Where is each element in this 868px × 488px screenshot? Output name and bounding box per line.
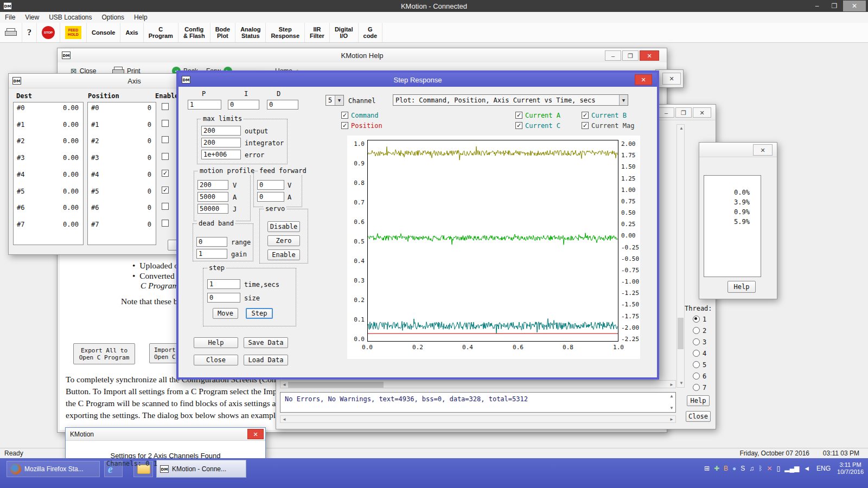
- tray-language[interactable]: ENG: [816, 465, 831, 472]
- toolbar-step-response-button[interactable]: StepResponse: [266, 23, 305, 42]
- jerk-input[interactable]: [197, 204, 228, 214]
- toolbar-help-button[interactable]: ?: [22, 23, 37, 42]
- max-integrator-input[interactable]: [201, 138, 241, 147]
- thread-radio-6[interactable]: [693, 373, 700, 380]
- signal-icon[interactable]: ▂▄▆: [784, 465, 799, 472]
- axis-enable-checkbox-3[interactable]: [162, 153, 169, 160]
- max-error-input[interactable]: [201, 150, 241, 159]
- toolbar-feed-hold-button[interactable]: FEEDHOLD: [60, 23, 87, 42]
- taskbar-firefox-button[interactable]: Mozilla Firefox Sta...: [7, 461, 100, 477]
- step-response-close-button[interactable]: ✕: [635, 74, 652, 85]
- checkbox-current-a[interactable]: ✓: [515, 112, 522, 119]
- c-program-maximize-button[interactable]: ❐: [675, 107, 692, 118]
- toolbar-config-flash-button[interactable]: Config& Flash: [178, 23, 210, 42]
- checkbox-current-mag[interactable]: ✓: [582, 122, 589, 129]
- menu-options[interactable]: Options: [97, 12, 129, 22]
- ff-v-input[interactable]: [257, 180, 284, 190]
- notify-block-icon[interactable]: ✕: [767, 465, 773, 472]
- max-output-input[interactable]: [201, 126, 241, 136]
- usage-help-button[interactable]: Help: [727, 281, 756, 293]
- axis-enable-checkbox-2[interactable]: [162, 136, 169, 143]
- plot-type-select[interactable]: Plot: Command, Position, Axis Current vs…: [393, 94, 628, 106]
- p-input[interactable]: [188, 100, 221, 110]
- channel-select[interactable]: 5 ▼: [326, 95, 344, 106]
- load-data-button[interactable]: Load Data: [244, 355, 288, 365]
- output-scroll-right-icon[interactable]: ►: [669, 418, 674, 422]
- help-maximize-button[interactable]: ❐: [622, 50, 639, 61]
- accel-input[interactable]: [197, 192, 228, 202]
- thread-radio-1[interactable]: [693, 316, 700, 323]
- toolbar-stop-button[interactable]: STOP: [37, 23, 60, 42]
- toolbar-axis-button[interactable]: Axis: [120, 23, 143, 42]
- taskbar-kmotion-button[interactable]: DMKMotion - Conne...: [156, 460, 246, 478]
- ff-a-input[interactable]: [257, 192, 284, 202]
- thread-radio-4[interactable]: [693, 350, 700, 357]
- thread-radio-5[interactable]: [693, 361, 700, 368]
- checkbox-position[interactable]: ✓: [341, 122, 348, 129]
- dead-band-range-input[interactable]: [196, 237, 227, 247]
- menu-usb-locations[interactable]: USB Locations: [44, 12, 97, 22]
- checkbox-current-c[interactable]: ✓: [515, 122, 522, 129]
- scroll-up-icon[interactable]: ▲: [679, 126, 684, 131]
- dead-band-gain-input[interactable]: [196, 249, 227, 259]
- step-time-input[interactable]: [207, 279, 240, 289]
- servo-disable-button[interactable]: Disable: [267, 221, 300, 232]
- sr-help-button[interactable]: Help: [194, 337, 238, 348]
- toolbar-g-code-button[interactable]: Gcode: [359, 23, 383, 42]
- step-button[interactable]: Step: [246, 308, 273, 319]
- tray-clock[interactable]: 3:11 PM10/7/2016: [837, 461, 864, 476]
- save-data-button[interactable]: Save Data: [244, 337, 288, 348]
- sr-close-button[interactable]: Close: [194, 355, 238, 365]
- c-program-help-button[interactable]: Help: [687, 395, 710, 406]
- checkbox-command[interactable]: ✓: [341, 112, 348, 119]
- output-scroll-up-icon[interactable]: ▲: [669, 394, 674, 399]
- menu-file[interactable]: File: [0, 12, 20, 22]
- toolbar-c-program-button[interactable]: CProgram: [144, 23, 178, 42]
- action-center-icon[interactable]: ⊞: [704, 465, 710, 472]
- kmotion-dialog-close-button[interactable]: ✕: [247, 429, 264, 439]
- axis-enable-checkbox-1[interactable]: [162, 120, 169, 127]
- i-input[interactable]: [228, 100, 259, 110]
- bitdefender-icon[interactable]: B: [724, 465, 728, 472]
- toolbar-analog-status-button[interactable]: AnalogStatus: [235, 23, 266, 42]
- axis-enable-checkbox-5[interactable]: ✓: [162, 187, 169, 194]
- output-hscrollbar[interactable]: ◄ ►: [280, 415, 676, 423]
- scroll-down-icon[interactable]: ▼: [679, 381, 684, 386]
- main-close-button[interactable]: ✕: [843, 1, 866, 11]
- editor-vscrollbar[interactable]: ▲ ▼: [676, 124, 685, 388]
- scroll-left-icon[interactable]: ◄: [282, 383, 286, 387]
- menu-help[interactable]: Help: [129, 12, 152, 22]
- thread-radio-7[interactable]: [693, 384, 700, 391]
- step-size-input[interactable]: [207, 293, 240, 303]
- compiler-output-box[interactable]: No Errors, No Warnings, text=4936, bss=0…: [280, 392, 676, 413]
- c-program-minimize-button[interactable]: –: [658, 107, 674, 118]
- help-minimize-button[interactable]: –: [605, 50, 621, 61]
- usage-close-button[interactable]: ✕: [753, 144, 773, 156]
- axis-enable-checkbox-0[interactable]: [162, 103, 169, 110]
- media-icon[interactable]: ♫: [749, 465, 754, 472]
- partial-window-close-button[interactable]: ✕: [662, 73, 681, 85]
- velocity-input[interactable]: [197, 180, 228, 190]
- scroll-right-icon[interactable]: ►: [669, 383, 674, 387]
- main-minimize-button[interactable]: –: [808, 1, 826, 11]
- move-button[interactable]: Move: [213, 308, 238, 319]
- toolbar-print-button[interactable]: [0, 23, 22, 42]
- c-program-close-button[interactable]: ✕: [693, 107, 711, 118]
- menu-view[interactable]: View: [20, 12, 44, 22]
- servo-zero-button[interactable]: Zero: [267, 235, 300, 246]
- vscroll-thumb[interactable]: [678, 318, 684, 349]
- axis-enable-checkbox-4[interactable]: ✓: [162, 170, 169, 177]
- main-maximize-button[interactable]: ❐: [826, 1, 843, 11]
- toolbar-console-button[interactable]: Console: [87, 23, 120, 42]
- output-scroll-left-icon[interactable]: ◄: [282, 418, 286, 422]
- checkbox-current-b[interactable]: ✓: [582, 112, 589, 119]
- c-program-close-button2[interactable]: Close: [686, 411, 711, 422]
- toolbar-iir-filter-button[interactable]: IIRFilter: [305, 23, 330, 42]
- toolbar-digital-io-button[interactable]: DigitalI/O: [330, 23, 359, 42]
- bluetooth-icon[interactable]: ᛒ: [758, 465, 762, 472]
- axis-enable-checkbox-7[interactable]: [162, 220, 169, 227]
- toolbar-bode-plot-button[interactable]: BodePlot: [210, 23, 236, 42]
- editor-hscrollbar[interactable]: ◄ ►: [280, 380, 676, 388]
- output-scroll-down-icon[interactable]: ▼: [669, 406, 674, 410]
- help-close-button[interactable]: ✕: [640, 50, 659, 61]
